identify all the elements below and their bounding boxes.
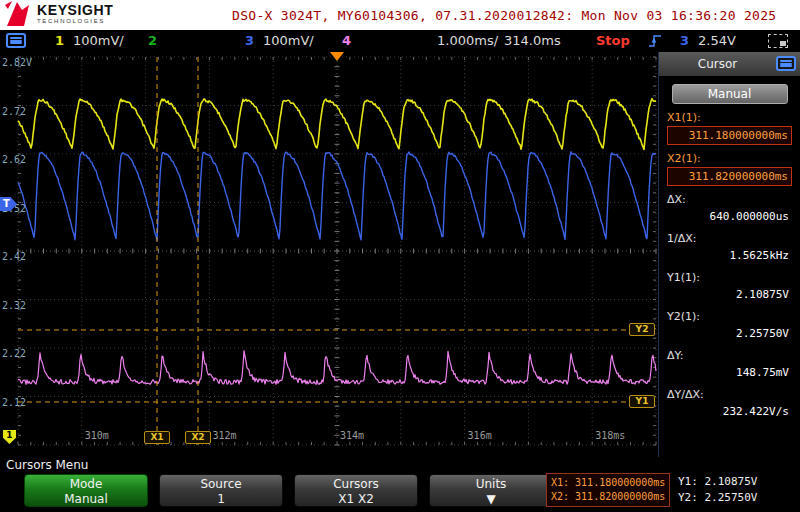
cursor-x-readout: X1: 311.180000000ms X2: 311.820000000ms [546, 473, 670, 507]
measurement-value: 311.180000000ms [667, 126, 792, 145]
voltage-label: 2.42 [2, 251, 26, 262]
timebase-scale[interactable]: 1.000ms/ [437, 30, 498, 52]
x2-readout: X2: 311.820000000ms [551, 490, 665, 504]
cursor-x2-tag[interactable]: X2 [185, 431, 211, 444]
measurement-value: 148.75mV [667, 364, 792, 381]
measurement-value: 2.10875V [667, 286, 792, 303]
cursor-y2-tag[interactable]: Y2 [629, 323, 655, 336]
softkey-title: Mode [25, 477, 147, 492]
measurement-row: ΔY/ΔX:232.422V/s [667, 388, 792, 420]
screenshot-icon[interactable] [768, 34, 788, 48]
x1-readout: X1: 311.180000000ms [551, 476, 665, 490]
channel4-button[interactable]: 4 [342, 30, 351, 52]
measurement-value: 2.25750V [667, 325, 792, 342]
time-label: 312m [212, 430, 236, 441]
softkey-cursors[interactable]: CursorsX1 X2 [294, 474, 418, 507]
run-state-badge[interactable]: Stop [596, 30, 630, 52]
measurement-label: Y1(1): [667, 271, 792, 284]
softkey-value: Manual [25, 492, 147, 506]
softkey-mode[interactable]: ModeManual [24, 474, 148, 507]
dropdown-arrow-icon: ▼ [430, 492, 552, 506]
voltage-label: 2.72 [2, 106, 26, 117]
trigger-slope-icon [648, 33, 662, 49]
measurement-row: X1(1):311.180000000ms [667, 111, 792, 145]
trigger-source[interactable]: 3 [680, 30, 689, 52]
softkey-value: X1 X2 [295, 492, 417, 506]
channel2-button[interactable]: 2 [148, 30, 157, 52]
softkey-menu: Cursors Menu ModeManualSource1CursorsX1 … [0, 457, 800, 512]
measurement-value: 232.422V/s [667, 403, 792, 420]
time-label: 318ms [595, 430, 625, 441]
softkey-source[interactable]: Source1 [159, 474, 283, 507]
softkey-units[interactable]: Units▼ [429, 474, 553, 507]
panel-title: Cursor [698, 57, 737, 71]
time-label: 310m [85, 430, 109, 441]
menu-icon[interactable] [6, 33, 26, 48]
measurement-row: 1/ΔX:1.5625kHz [667, 232, 792, 264]
oscilloscope-screen: KEYSIGHT TECHNOLOGIES DSO-X 3024T, MY601… [0, 0, 800, 512]
voltage-label: 2.32 [2, 300, 26, 311]
timebase-delay[interactable]: 314.0ms [504, 30, 561, 52]
main-area: 2.82V2.722.622.522.422.322.222.12 310m31… [0, 52, 800, 457]
trigger-level[interactable]: 2.54V [698, 30, 736, 52]
softkey-title: Cursors [295, 477, 417, 492]
measurement-list: X1(1):311.180000000msX2(1):311.820000000… [659, 111, 800, 420]
measurement-row: ΔY:148.75mV [667, 349, 792, 381]
cursor-panel: Cursor Manual X1(1):311.180000000msX2(1)… [658, 52, 800, 457]
cursor-x1-tag[interactable]: X1 [144, 431, 170, 444]
measurement-value: 1.5625kHz [667, 247, 792, 264]
waveform-display[interactable]: 2.82V2.722.622.522.422.322.222.12 310m31… [0, 52, 658, 457]
panel-menu-icon[interactable] [776, 56, 796, 71]
instrument-title: DSO-X 3024T, MY60104306, 07.31.202001284… [232, 8, 777, 23]
channel3-scale[interactable]: 100mV/ [263, 30, 314, 52]
measurement-label: ΔY: [667, 349, 792, 362]
measurement-label: Y2(1): [667, 310, 792, 323]
measurement-label: ΔX: [667, 193, 792, 206]
brand-text: KEYSIGHT TECHNOLOGIES [37, 3, 113, 25]
voltage-label: 2.82V [2, 57, 32, 68]
measurement-row: Y1(1):2.10875V [667, 271, 792, 303]
measurement-label: X1(1): [667, 111, 792, 124]
keysight-logo: KEYSIGHT TECHNOLOGIES [5, 1, 113, 27]
voltage-label: 2.12 [2, 397, 26, 408]
y2-readout: Y2: 2.25750V [678, 490, 757, 506]
top-bar: KEYSIGHT TECHNOLOGIES DSO-X 3024T, MY601… [0, 0, 800, 30]
measurement-row: X2(1):311.820000000ms [667, 152, 792, 186]
cursor-y1-tag[interactable]: Y1 [629, 395, 655, 408]
voltage-label: 2.22 [2, 348, 26, 359]
measurement-value: 640.000000us [667, 208, 792, 225]
trigger-position-marker[interactable] [330, 52, 344, 61]
measurement-row: Y2(1):2.25750V [667, 310, 792, 342]
softkey-value: 1 [160, 492, 282, 506]
measurement-value: 311.820000000ms [667, 167, 792, 186]
menu-title: Cursors Menu [6, 458, 88, 472]
keysight-logo-icon [5, 1, 33, 27]
status-bar: 1 100mV/ 2 3 100mV/ 4 1.000ms/ 314.0ms S… [0, 30, 800, 52]
cursor-y-readout: Y1: 2.10875V Y2: 2.25750V [678, 474, 757, 506]
time-label: 316m [468, 430, 492, 441]
panel-header: Cursor [659, 52, 800, 76]
channel1-button[interactable]: 1 [55, 30, 64, 52]
measurement-label: X2(1): [667, 152, 792, 165]
measurement-label: 1/ΔX: [667, 232, 792, 245]
brand-subtitle: TECHNOLOGIES [37, 18, 113, 25]
time-label: 314m [340, 430, 364, 441]
voltage-label: 2.62 [2, 154, 26, 165]
measurement-row: ΔX:640.000000us [667, 193, 792, 225]
channel3-button[interactable]: 3 [245, 30, 254, 52]
softkey-title: Source [160, 477, 282, 492]
y1-readout: Y1: 2.10875V [678, 474, 757, 490]
measurement-label: ΔY/ΔX: [667, 388, 792, 401]
brand-name: KEYSIGHT [37, 3, 113, 18]
cursor-mode-button[interactable]: Manual [672, 84, 788, 104]
waveform-canvas [0, 52, 658, 457]
channel1-scale[interactable]: 100mV/ [73, 30, 124, 52]
softkey-title: Units [430, 477, 552, 492]
